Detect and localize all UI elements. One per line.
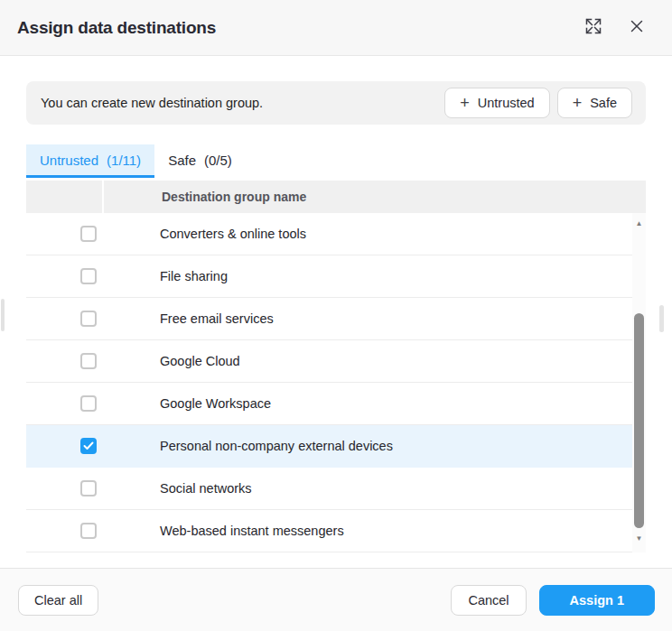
scroll-down-icon[interactable]: ▼ [632, 535, 646, 543]
row-checkbox[interactable] [80, 395, 97, 412]
row-checkbox-cell [26, 523, 102, 539]
destination-groups-table: Destination group name Converters & onli… [26, 181, 646, 552]
table-row[interactable]: Personal non-company external devices [26, 425, 646, 468]
add-untrusted-label: Untrusted [478, 96, 535, 110]
destination-tabs: Untrusted (1/11) Safe (0/5) [26, 144, 646, 178]
add-safe-label: Safe [590, 96, 617, 110]
banner-message: You can create new destination group. [41, 96, 437, 110]
dialog-content: You can create new destination group. + … [0, 81, 672, 552]
row-group-name: Google Cloud [102, 354, 240, 368]
row-group-name: Web-based instant messengers [102, 524, 344, 538]
row-checkbox-cell [26, 268, 102, 284]
table-scrollbar[interactable]: ▲ ▼ [632, 213, 646, 552]
close-button[interactable] [630, 19, 644, 36]
cancel-button[interactable]: Cancel [451, 585, 526, 616]
row-group-name: File sharing [102, 269, 228, 283]
tab-safe[interactable]: Safe (0/5) [154, 144, 246, 178]
tab-safe-count: (0/5) [204, 153, 232, 168]
dialog-footer: Clear all Cancel Assign 1 [0, 568, 672, 631]
table-row[interactable]: Converters & online tools [26, 213, 646, 255]
dialog-title: Assign data destinations [17, 18, 585, 38]
add-safe-group-button[interactable]: + Safe [557, 88, 632, 118]
tab-untrusted[interactable]: Untrusted (1/11) [26, 144, 154, 178]
scroll-up-icon[interactable]: ▲ [632, 220, 646, 227]
name-column-header: Destination group name [104, 181, 646, 213]
row-checkbox[interactable] [80, 268, 97, 284]
tab-safe-label: Safe [168, 153, 196, 168]
check-icon [83, 441, 94, 450]
assign-destinations-dialog: Assign data destinations [0, 0, 672, 631]
assign-button[interactable]: Assign 1 [539, 585, 655, 616]
row-group-name: Free email services [102, 311, 274, 326]
expand-button[interactable] [585, 18, 602, 37]
row-checkbox[interactable] [80, 523, 97, 539]
table-body: Converters & online tools File sharing F… [26, 213, 646, 552]
table-row[interactable]: Google Cloud [26, 340, 646, 383]
page-scrollbar-fragment-left [1, 299, 5, 331]
row-checkbox-cell [26, 395, 102, 412]
row-group-name: Google Workspace [102, 396, 271, 411]
dialog-header: Assign data destinations [0, 0, 672, 56]
row-group-name: Converters & online tools [102, 227, 306, 241]
scrollbar-thumb[interactable] [634, 313, 644, 528]
table-row[interactable]: Free email services [26, 298, 646, 340]
row-checkbox[interactable] [80, 438, 97, 454]
row-group-name: Social networks [102, 481, 252, 496]
close-icon [630, 19, 644, 36]
row-checkbox[interactable] [80, 353, 97, 369]
add-untrusted-group-button[interactable]: + Untrusted [444, 88, 549, 118]
tab-untrusted-count: (1/11) [107, 153, 141, 168]
checkbox-column-header [26, 181, 102, 213]
page-scrollbar-fragment-right [659, 305, 664, 332]
row-checkbox[interactable] [80, 226, 97, 242]
plus-icon: + [460, 95, 470, 111]
plus-icon: + [573, 95, 583, 111]
row-checkbox-cell [26, 480, 102, 496]
clear-all-button[interactable]: Clear all [18, 585, 98, 616]
table-row[interactable]: Social networks [26, 468, 646, 510]
row-checkbox[interactable] [80, 480, 97, 496]
table-row[interactable]: Web-based instant messengers [26, 510, 646, 552]
table-row[interactable]: Google Workspace [26, 383, 646, 425]
row-checkbox[interactable] [80, 311, 97, 327]
header-icons [585, 18, 644, 37]
table-row[interactable]: File sharing [26, 255, 646, 298]
row-checkbox-cell [26, 226, 102, 242]
row-checkbox-cell [26, 353, 102, 369]
row-group-name: Personal non-company external devices [102, 439, 393, 453]
expand-icon [585, 18, 602, 37]
create-group-banner: You can create new destination group. + … [26, 81, 646, 125]
row-checkbox-cell [26, 438, 102, 454]
table-header-row: Destination group name [26, 181, 646, 213]
tab-untrusted-label: Untrusted [40, 153, 98, 168]
row-checkbox-cell [26, 311, 102, 327]
